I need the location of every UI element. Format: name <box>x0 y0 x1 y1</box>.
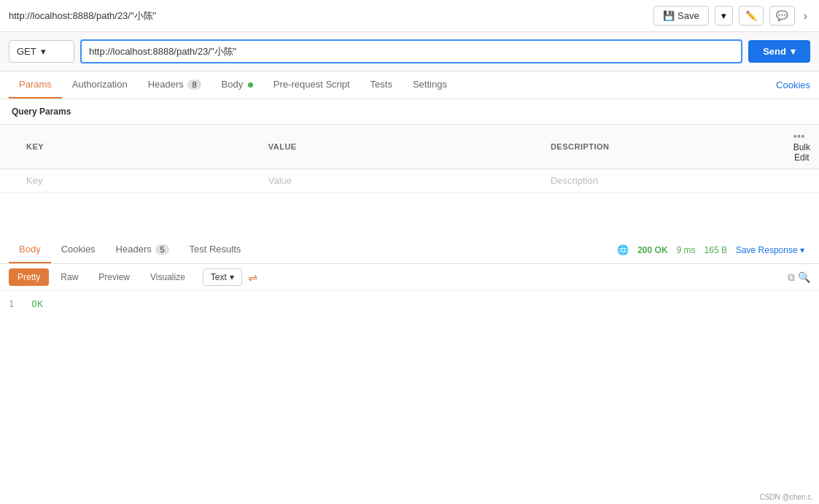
tab-cookies[interactable]: Cookies <box>776 72 810 98</box>
collapse-button[interactable]: › <box>801 7 810 26</box>
desc-cell[interactable]: Description <box>542 169 785 193</box>
footer-text: CSDN @chen.c. <box>759 493 813 501</box>
tab-body[interactable]: Body <box>211 71 263 98</box>
headers-badge: 8 <box>187 80 201 90</box>
tab-settings[interactable]: Settings <box>403 71 457 98</box>
pencil-icon: ✏️ <box>745 10 757 21</box>
copy-icon: ⧉ <box>788 271 795 283</box>
tab-params[interactable]: Params <box>9 71 62 98</box>
table-row: Key Value Description <box>0 169 819 193</box>
response-size: 165 B <box>705 245 727 255</box>
response-status-bar: 🌐 200 OK 9 ms 165 B Save Response ▾ <box>617 244 810 255</box>
send-chevron-icon: ▾ <box>791 46 796 57</box>
raw-button[interactable]: Raw <box>52 268 87 286</box>
copy-button[interactable]: ⧉ <box>788 271 795 284</box>
top-bar-actions: 💾 Save ▾ ✏️ 💬 › <box>653 6 810 26</box>
response-tab-body[interactable]: Body <box>9 236 51 263</box>
request-tabs-row: Params Authorization Headers 8 Body Pre-… <box>0 71 819 99</box>
comment-icon: 💬 <box>776 10 788 21</box>
response-content: OK <box>31 298 43 309</box>
value-col-header: VALUE <box>260 125 542 169</box>
save-response-button[interactable]: Save Response ▾ <box>736 245 804 255</box>
value-cell[interactable]: Value <box>260 169 542 193</box>
method-select[interactable]: GET ▾ <box>9 40 74 63</box>
search-button[interactable]: 🔍 <box>798 271 810 283</box>
desc-col-header: DESCRIPTION <box>542 125 785 169</box>
tab-tests[interactable]: Tests <box>360 71 403 98</box>
chevron-down-icon: ▾ <box>721 10 726 21</box>
send-button[interactable]: Send ▾ <box>748 40 810 63</box>
method-chevron-icon: ▾ <box>41 46 46 57</box>
response-tab-headers[interactable]: Headers 5 <box>106 236 179 263</box>
actions-cell <box>785 169 819 193</box>
save-response-chevron-icon: ▾ <box>800 245 804 255</box>
visualize-button[interactable]: Visualize <box>141 268 194 286</box>
response-body: 1 OK <box>0 291 819 317</box>
wrap-lines-button[interactable]: ⇌ <box>248 271 257 284</box>
response-tab-test-results[interactable]: Test Results <box>179 236 252 263</box>
status-code: 200 OK <box>637 245 667 255</box>
url-input-wrap <box>80 39 742 63</box>
preview-button[interactable]: Preview <box>90 268 139 286</box>
bulk-edit-button[interactable]: Bulk Edit <box>793 142 810 163</box>
tab-pre-request-script[interactable]: Pre-request Script <box>263 71 360 98</box>
url-input[interactable] <box>82 41 741 62</box>
tab-headers[interactable]: Headers 8 <box>138 71 211 98</box>
footer: CSDN @chen.c. <box>753 490 819 504</box>
body-dot <box>248 82 253 88</box>
format-toolbar: Pretty Raw Preview Visualize Text ▾ ⇌ ⧉ <box>0 264 819 291</box>
pretty-button[interactable]: Pretty <box>9 268 49 286</box>
globe-icon: 🌐 <box>617 244 629 255</box>
save-disk-icon: 💾 <box>663 10 675 21</box>
row-checkbox[interactable] <box>0 169 18 193</box>
response-headers-badge: 5 <box>155 244 168 255</box>
save-dropdown-button[interactable]: ▾ <box>715 6 733 26</box>
save-button[interactable]: 💾 Save <box>653 6 709 26</box>
wrap-icon: ⇌ <box>248 271 257 284</box>
line-number: 1 <box>9 299 14 309</box>
edit-icon-button[interactable]: ✏️ <box>739 6 764 26</box>
key-cell[interactable]: Key <box>18 169 260 193</box>
request-title: http://localhost:8888/path/23/"小陈" <box>9 9 156 23</box>
response-tab-cookies[interactable]: Cookies <box>51 236 106 263</box>
tab-authorization[interactable]: Authorization <box>62 71 138 98</box>
checkbox-col-header <box>0 125 18 169</box>
send-label: Send <box>763 46 786 57</box>
request-bar: GET ▾ Send ▾ <box>0 32 819 71</box>
chevron-right-icon: › <box>804 9 807 22</box>
more-icon: ••• <box>793 131 805 142</box>
text-format-chevron-icon: ▾ <box>230 272 234 282</box>
response-time: 9 ms <box>677 245 696 255</box>
actions-col-header: ••• Bulk Edit <box>785 125 819 169</box>
query-params-label: Query Params <box>0 99 819 124</box>
query-params-table: KEY VALUE DESCRIPTION ••• Bulk Edit <box>0 124 819 193</box>
text-format-select[interactable]: Text ▾ <box>203 268 242 286</box>
method-label: GET <box>17 46 36 57</box>
save-label: Save <box>678 10 699 21</box>
comment-icon-button[interactable]: 💬 <box>769 6 795 26</box>
response-area: Body Cookies Headers 5 Test Results 🌐 20… <box>0 236 819 504</box>
search-icon: 🔍 <box>798 271 810 283</box>
top-bar: http://localhost:8888/path/23/"小陈" 💾 Sav… <box>0 0 819 32</box>
key-col-header: KEY <box>18 125 260 169</box>
response-tabs-row: Body Cookies Headers 5 Test Results 🌐 20… <box>0 236 819 264</box>
